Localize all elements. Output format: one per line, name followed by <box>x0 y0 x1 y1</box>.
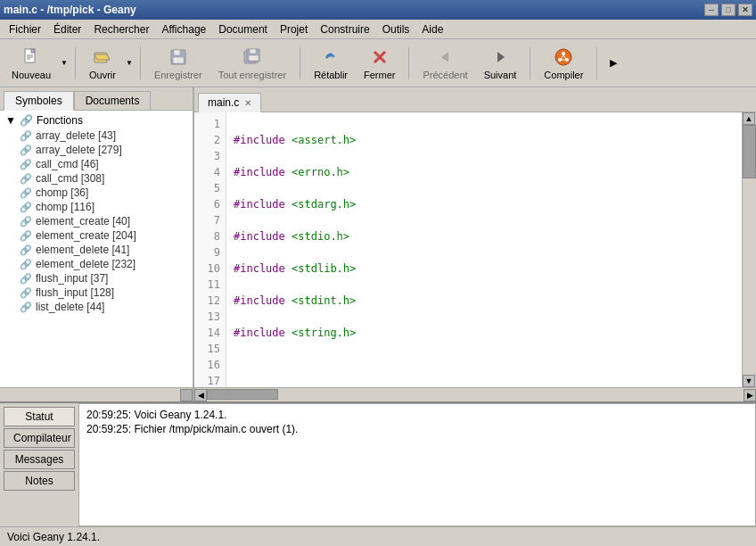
ouvrir-dropdown-arrow[interactable]: ▼ <box>126 59 133 67</box>
vscroll-down-button[interactable]: ▼ <box>743 375 755 387</box>
status-text: Voici Geany 1.24.1. <box>7 531 100 543</box>
toolbar-enregistrer-label: Enregistrer <box>154 70 202 80</box>
toolbar-nouveau-button[interactable]: Nouveau <box>5 44 57 83</box>
code-line-4: #include <stdio.h> <box>234 228 735 244</box>
list-item[interactable]: 🔗 flush_input [128] <box>2 285 191 300</box>
menu-aide[interactable]: Aide <box>416 21 448 37</box>
code-line-2: #include <errno.h> <box>234 164 735 180</box>
menu-affichage[interactable]: Affichage <box>156 21 211 37</box>
menu-projet[interactable]: Projet <box>275 21 313 37</box>
close-button[interactable]: ✕ <box>738 4 752 16</box>
left-tabs-bar: Symboles Documents <box>0 87 193 111</box>
list-item[interactable]: 🔗 element_delete [232] <box>2 257 191 271</box>
line-num: 8 <box>200 228 220 244</box>
hscroll-left-button[interactable]: ◀ <box>194 389 207 401</box>
editor-tab-close[interactable]: ✕ <box>244 98 251 108</box>
list-item[interactable]: 🔗 flush_input [37] <box>2 271 191 285</box>
line-num: 1 <box>200 116 220 132</box>
link-icon: 🔗 <box>20 259 32 270</box>
toolbar-group-new: Nouveau ▼ <box>5 44 68 83</box>
main-area: Symboles Documents ▼ 🔗 Fonctions 🔗 array… <box>0 87 756 401</box>
line-num: 7 <box>200 212 220 228</box>
minimize-button[interactable]: ─ <box>704 4 719 16</box>
menu-fichier[interactable]: Fichier <box>4 21 46 37</box>
toolbar-tout-enregistrer-button[interactable]: Tout enregistrer <box>212 44 292 83</box>
list-item[interactable]: 🔗 chomp [116] <box>2 200 191 214</box>
tab-symboles[interactable]: Symboles <box>4 91 74 111</box>
list-item[interactable]: 🔗 call_cmd [308] <box>2 171 191 186</box>
list-item[interactable]: 🔗 element_delete [41] <box>2 243 191 257</box>
tree-expand-icon: ▼ <box>5 114 16 127</box>
list-item[interactable]: 🔗 list_delete [44] <box>2 300 191 314</box>
toolbar-fermer-button[interactable]: Fermer <box>357 44 401 83</box>
toolbar-retablir-label: Rétablir <box>314 70 348 80</box>
item-label: array_delete [279] <box>36 144 122 156</box>
toolbar-suivant-button[interactable]: Suivant <box>478 44 523 83</box>
svg-marker-15 <box>497 52 505 62</box>
item-label: array_delete [43] <box>36 129 116 142</box>
list-item[interactable]: 🔗 element_create [40] <box>2 214 191 228</box>
link-icon: 🔗 <box>20 302 32 313</box>
editor-tab-mainc[interactable]: main.c ✕ <box>198 93 261 112</box>
link-icon: 🔗 <box>20 145 32 156</box>
line-num: 11 <box>200 277 220 293</box>
toolbar-precedent-button[interactable]: Précédent <box>416 44 473 83</box>
bottom-tab-notes[interactable]: Notes <box>4 471 75 491</box>
item-label: list_delete [44] <box>36 301 104 313</box>
bottom-tab-messages[interactable]: Messages <box>4 450 75 469</box>
list-item[interactable]: 🔗 call_cmd [46] <box>2 157 191 171</box>
nouveau-dropdown-arrow[interactable]: ▼ <box>61 59 68 67</box>
bottom-tab-compilateur[interactable]: Compilateur <box>4 428 75 448</box>
tab-documents[interactable]: Documents <box>74 91 152 110</box>
menu-document[interactable]: Document <box>213 21 273 37</box>
toolbar-retablir-button[interactable]: Rétablir <box>308 44 354 83</box>
code-line-5: #include <stdlib.h> <box>234 261 735 277</box>
bottom-tab-statut[interactable]: Statut <box>4 407 75 426</box>
maximize-button[interactable]: □ <box>721 4 735 16</box>
toolbar-more-arrow: ▶ <box>610 57 617 69</box>
menu-construire[interactable]: Construire <box>315 21 374 37</box>
menu-rechercher[interactable]: Rechercher <box>88 21 154 37</box>
ouvrir-icon <box>92 46 113 68</box>
vscroll-thumb[interactable] <box>743 125 756 178</box>
link-icon: 🔗 <box>20 244 32 256</box>
code-line-8 <box>234 357 735 373</box>
suivant-icon <box>489 46 511 68</box>
link-icon: 🔗 <box>20 202 32 213</box>
line-num: 17 <box>200 373 220 387</box>
toolbar-ouvrir-button[interactable]: Ouvrir <box>83 44 122 83</box>
hscroll-thumb[interactable] <box>207 389 278 400</box>
left-hscroll-thumb[interactable] <box>180 389 193 401</box>
line-num: 5 <box>200 180 220 196</box>
line-num: 16 <box>200 357 220 373</box>
vscroll-up-button[interactable]: ▲ <box>743 112 755 125</box>
menu-editer[interactable]: Éditer <box>48 21 86 37</box>
symbol-list: ▼ 🔗 Fonctions 🔗 array_delete [43] 🔗 arra… <box>0 111 193 387</box>
toolbar-fermer-label: Fermer <box>364 70 395 80</box>
tout-enregistrer-icon <box>242 46 263 68</box>
toolbar-more-button[interactable]: ▶ <box>604 44 622 83</box>
editor-tab-label: main.c <box>208 96 239 109</box>
menu-outils[interactable]: Outils <box>377 21 415 37</box>
link-icon: 🔗 <box>20 159 32 170</box>
list-item[interactable]: 🔗 array_delete [43] <box>2 128 191 143</box>
left-hscroll <box>0 387 193 401</box>
toolbar-suivant-label: Suivant <box>484 70 517 80</box>
toolbar-enregistrer-button[interactable]: Enregistrer <box>148 44 209 83</box>
list-item[interactable]: 🔗 element_create [204] <box>2 228 191 243</box>
editor-tabs: main.c ✕ <box>194 87 756 112</box>
code-editor[interactable]: #include <assert.h> #include <errno.h> #… <box>226 112 742 387</box>
link-icon: 🔗 <box>20 130 32 142</box>
precedent-icon <box>435 46 456 68</box>
toolbar-compiler-button[interactable]: Compiler <box>538 44 589 83</box>
item-label: flush_input [37] <box>36 272 108 285</box>
toolbar-ouvrir-label: Ouvrir <box>89 70 116 80</box>
hscroll-right-button[interactable]: ▶ <box>744 389 756 401</box>
left-panel: Symboles Documents ▼ 🔗 Fonctions 🔗 array… <box>0 87 194 401</box>
line-numbers: 1 2 3 4 5 6 7 8 9 10 11 12 13 14 15 16 1… <box>194 112 226 387</box>
item-label: element_create [204] <box>36 229 136 242</box>
list-item[interactable]: 🔗 chomp [36] <box>2 186 191 200</box>
svg-marker-14 <box>441 52 448 62</box>
list-item[interactable]: 🔗 array_delete [279] <box>2 143 191 157</box>
tree-root-fonctions[interactable]: ▼ 🔗 Fonctions <box>2 112 191 128</box>
